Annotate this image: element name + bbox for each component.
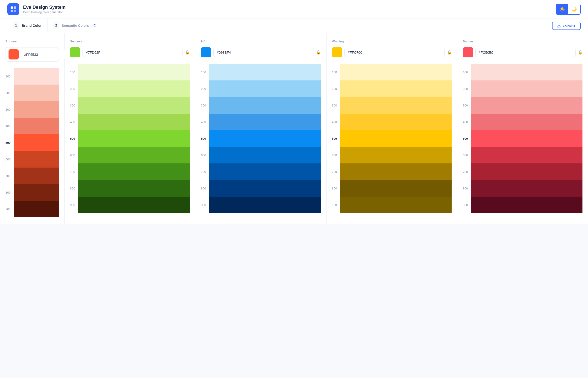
scale-label: 900 <box>463 197 471 213</box>
scale-label: 200 <box>70 81 78 97</box>
scale-swatch <box>14 85 59 101</box>
download-icon <box>557 24 561 28</box>
scale-row: 100 <box>332 64 452 81</box>
scale-swatch <box>471 97 582 114</box>
scale-swatch <box>209 197 321 213</box>
theme-toggle[interactable]: ☀️ 🌙 <box>556 4 581 15</box>
scale-swatch <box>78 114 190 130</box>
scale-label: 100 <box>463 64 471 81</box>
scale-row: 300 <box>463 97 582 114</box>
warning-label: Warning <box>332 40 452 43</box>
scale-label: 500 <box>332 130 340 147</box>
scale-label: 600 <box>70 147 78 163</box>
scale-label: 300 <box>201 97 209 114</box>
scale-label: 200 <box>201 81 209 97</box>
scale-label: 300 <box>332 97 340 114</box>
scale-swatch <box>340 114 452 130</box>
lock-icon[interactable]: 🔓 <box>578 50 582 55</box>
app-logo <box>7 3 19 15</box>
scale-row: 500 <box>6 134 59 151</box>
scale-row: 900 <box>463 197 582 213</box>
scale-row: 200 <box>332 81 452 97</box>
scale-row: 500 <box>70 130 190 147</box>
scale-swatch <box>14 101 59 118</box>
refresh-icon[interactable]: ↻ <box>93 23 97 28</box>
svg-rect-0 <box>11 6 13 9</box>
success-input[interactable] <box>82 48 183 57</box>
scale-row: 700 <box>201 163 321 180</box>
scale-swatch <box>471 114 582 130</box>
scale-swatch <box>78 180 190 197</box>
scale-label: 300 <box>6 101 14 118</box>
scale-swatch <box>78 81 190 97</box>
tab-semantic-colors[interactable]: 2 Semantic Colors ↻ <box>47 18 102 33</box>
scale-label: 800 <box>6 184 14 201</box>
semantic-panel-danger: Danger 🔓 100 200 300 400 500 600 700 <box>457 33 588 224</box>
scale-row: 300 <box>6 101 59 118</box>
tab-semantic-label: Semantic Colors <box>62 24 89 27</box>
scale-label: 500 <box>6 134 14 151</box>
scale-row: 600 <box>6 151 59 168</box>
scale-row: 800 <box>6 184 59 201</box>
light-theme-button[interactable]: ☀️ <box>556 4 568 14</box>
scale-row: 100 <box>6 68 59 85</box>
scale-label: 800 <box>463 180 471 197</box>
info-input[interactable] <box>213 48 314 57</box>
scale-row: 100 <box>201 64 321 81</box>
scale-label: 400 <box>201 114 209 130</box>
export-button[interactable]: EXPORT <box>552 22 581 30</box>
svg-rect-1 <box>14 6 16 9</box>
scale-row: 900 <box>70 197 190 213</box>
dark-theme-button[interactable]: 🌙 <box>568 4 580 14</box>
export-label: EXPORT <box>563 24 575 27</box>
semantic-panel-warning: Warning 🔓 100 200 300 400 500 600 700 <box>327 33 457 224</box>
scale-label: 800 <box>201 180 209 197</box>
danger-input[interactable] <box>475 48 575 57</box>
scale-label: 500 <box>70 130 78 147</box>
svg-rect-2 <box>11 10 13 12</box>
scale-row: 700 <box>463 163 582 180</box>
primary-color-input[interactable] <box>21 50 71 59</box>
success-label: Success <box>70 40 190 43</box>
scale-row: 100 <box>463 64 582 81</box>
lock-icon[interactable]: 🔓 <box>316 50 321 55</box>
scale-row: 200 <box>463 81 582 97</box>
lock-icon[interactable]: 🔓 <box>185 50 190 55</box>
scale-label: 100 <box>332 64 340 81</box>
scale-label: 900 <box>332 197 340 213</box>
scale-row: 200 <box>201 81 321 97</box>
scale-row: 500 <box>201 130 321 147</box>
success-input-row: 🔓 <box>70 47 190 57</box>
scale-label: 700 <box>6 168 14 184</box>
scale-label: 200 <box>6 85 14 101</box>
scale-row: 800 <box>70 180 190 197</box>
scale-row: 300 <box>70 97 190 114</box>
scale-swatch <box>209 130 321 147</box>
app-subtitle: Deep learning color generator <box>23 10 66 14</box>
scale-label: 100 <box>70 64 78 81</box>
info-scale: 100 200 300 400 500 600 700 800 900 <box>201 64 321 213</box>
semantic-panels: Success 🔓 100 200 300 400 500 600 700 <box>65 33 588 224</box>
scale-row: 500 <box>463 130 582 147</box>
header-text: Eva Design System Deep learning color ge… <box>23 5 66 14</box>
scale-row: 700 <box>70 163 190 180</box>
scale-swatch <box>471 163 582 180</box>
warning-input[interactable] <box>344 48 445 57</box>
primary-color-scale: 100 200 300 400 500 600 700 800 900 <box>6 68 59 217</box>
scale-swatch <box>78 64 190 81</box>
primary-color-input-row <box>6 47 59 62</box>
primary-label: Primary <box>6 40 59 43</box>
danger-swatch <box>463 47 473 57</box>
scale-label: 300 <box>70 97 78 114</box>
tab-brand-color[interactable]: 1 Brand Color <box>7 18 47 33</box>
primary-color-swatch <box>9 49 19 59</box>
scale-label: 600 <box>201 147 209 163</box>
scale-swatch <box>14 118 59 134</box>
scale-swatch <box>340 163 452 180</box>
scale-label: 900 <box>6 201 14 217</box>
scale-swatch <box>78 197 190 213</box>
lock-icon[interactable]: 🔓 <box>447 50 452 55</box>
success-scale: 100 200 300 400 500 600 700 800 900 <box>70 64 190 213</box>
semantic-panel-success: Success 🔓 100 200 300 400 500 600 700 <box>65 33 195 224</box>
semantic-panel-info: Info 🔓 100 200 300 400 500 600 700 <box>195 33 326 224</box>
